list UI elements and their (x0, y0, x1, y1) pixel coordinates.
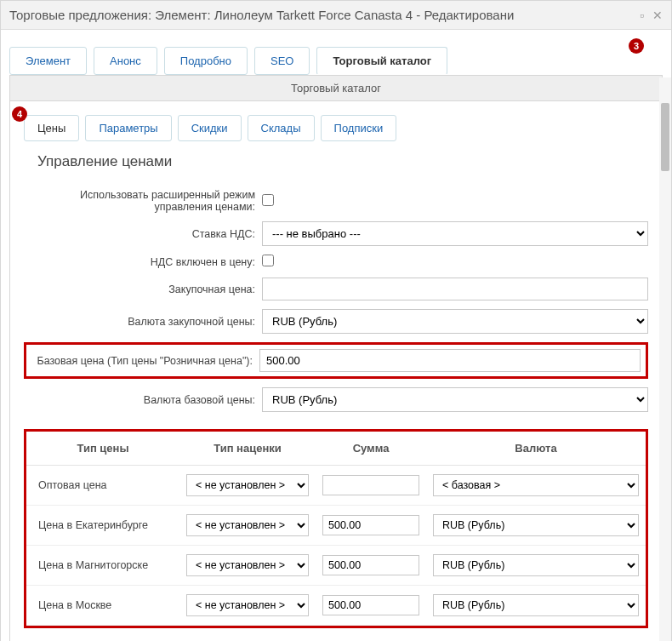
markup-select[interactable]: < не установлен > (186, 514, 309, 536)
table-row: Цена в Магнитогорске < не установлен > R… (26, 546, 646, 586)
base-price-highlight: Базовая цена (Тип цены "Розничная цена")… (24, 342, 648, 379)
purchase-currency-label: Валюта закупочной цены: (24, 316, 262, 328)
currency-select[interactable]: RUB (Рубль) (433, 594, 639, 616)
tab-params[interactable]: Параметры (85, 115, 171, 141)
main-tabs: Элемент Анонс Подробно SEO Торговый ката… (9, 47, 663, 75)
tab-stores[interactable]: Склады (248, 115, 315, 141)
base-currency-select[interactable]: RUB (Рубль) (262, 387, 648, 412)
base-currency-label: Валюта базовой цены: (24, 394, 262, 406)
tab-subs[interactable]: Подписки (321, 115, 397, 141)
titlebar: Торговые предложения: Элемент: Линолеум … (1, 1, 671, 30)
currency-select[interactable]: < базовая > (433, 474, 639, 496)
edit-dialog: Торговые предложения: Элемент: Линолеум … (0, 0, 672, 641)
scrollbar-thumb[interactable] (661, 103, 669, 171)
tab-details[interactable]: Подробно (164, 47, 248, 75)
markup-select[interactable]: < не установлен > (186, 554, 309, 576)
vat-rate-label: Ставка НДС: (24, 228, 262, 240)
vat-included-checkbox[interactable] (262, 255, 274, 266)
window-controls: ▫ ✕ (640, 9, 663, 22)
tab-prices[interactable]: Цены (24, 115, 79, 141)
sum-input[interactable] (322, 555, 419, 575)
tab-catalog[interactable]: Торговый каталог (316, 47, 447, 75)
markup-select[interactable]: < не установлен > (186, 594, 309, 616)
tab-anons[interactable]: Анонс (94, 47, 157, 75)
markup-select[interactable]: < не установлен > (186, 474, 309, 496)
scrollbar[interactable] (659, 77, 671, 641)
price-type-cell: Цена в Екатеринбурге (26, 506, 179, 546)
ext-mode-checkbox[interactable] (262, 194, 274, 206)
badge-3: 3 (629, 38, 644, 54)
purchase-price-input[interactable] (262, 278, 648, 300)
table-row: Оптовая цена < не установлен > < базовая… (26, 466, 646, 506)
col-markup: Тип наценки (179, 432, 316, 466)
currency-select[interactable]: RUB (Рубль) (433, 554, 639, 576)
table-row: Цена в Москве < не установлен > RUB (Руб… (26, 586, 646, 626)
price-type-cell: Оптовая цена (26, 466, 179, 506)
base-price-input[interactable] (259, 349, 641, 372)
table-row: Цена в Екатеринбурге < не установлен > R… (26, 506, 646, 546)
sum-input[interactable] (322, 475, 419, 495)
badge-4: 4 (12, 106, 27, 122)
catalog-panel: Торговый каталог 4 Цены Параметры Скидки… (9, 75, 663, 641)
panel-header: Торговый каталог (10, 76, 662, 101)
tab-element[interactable]: Элемент (9, 47, 87, 75)
price-type-cell: Цена в Москве (26, 586, 179, 626)
tab-seo[interactable]: SEO (254, 47, 310, 75)
col-type: Тип цены (26, 432, 179, 466)
price-table: Тип цены Тип наценки Сумма Валюта Оптова… (26, 432, 646, 626)
col-currency: Валюта (426, 432, 646, 466)
sum-input[interactable] (322, 515, 419, 535)
minimize-icon[interactable]: ▫ (640, 9, 644, 22)
base-price-label: Базовая цена (Тип цены "Розничная цена")… (31, 355, 259, 367)
price-table-highlight: Тип цены Тип наценки Сумма Валюта Оптова… (24, 429, 648, 628)
purchase-price-label: Закупочная цена: (24, 283, 262, 295)
vat-included-label: НДС включен в цену: (24, 256, 262, 268)
sum-input[interactable] (322, 595, 419, 615)
inner-tabs: 4 Цены Параметры Скидки Склады Подписки (24, 115, 648, 141)
price-type-cell: Цена в Магнитогорске (26, 546, 179, 586)
close-icon[interactable]: ✕ (652, 9, 663, 22)
section-title: Управление ценами (37, 153, 648, 170)
purchase-currency-select[interactable]: RUB (Рубль) (262, 309, 648, 334)
col-sum: Сумма (316, 432, 426, 466)
ext-mode-label: Использовать расширенный режим управлени… (24, 189, 262, 213)
tab-discounts[interactable]: Скидки (178, 115, 242, 141)
currency-select[interactable]: RUB (Рубль) (433, 514, 639, 536)
vat-rate-select[interactable]: --- не выбрано --- (262, 221, 648, 246)
window-title: Торговые предложения: Элемент: Линолеум … (9, 8, 514, 22)
